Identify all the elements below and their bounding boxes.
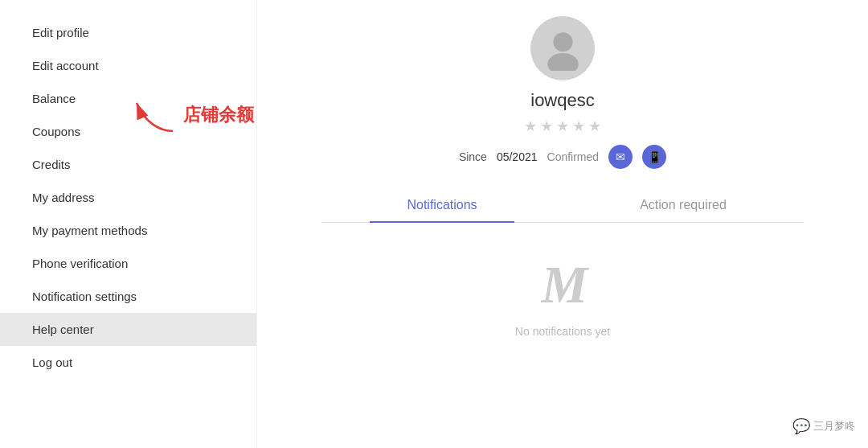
- sidebar-item-label: Log out: [32, 356, 72, 369]
- sidebar-item-edit-profile[interactable]: Edit profile: [0, 16, 256, 49]
- star-4: ★: [572, 117, 585, 135]
- svg-point-1: [553, 32, 572, 51]
- sidebar-item-label: Edit profile: [32, 26, 89, 39]
- empty-icon-letter: M: [542, 256, 584, 314]
- sidebar-item-label: Balance: [32, 92, 76, 105]
- sidebar-item-balance[interactable]: Balance: [0, 82, 256, 115]
- empty-text: No notifications yet: [515, 325, 610, 338]
- tab-action-required[interactable]: Action required: [563, 188, 804, 222]
- avatar: [530, 16, 595, 80]
- star-5: ★: [588, 117, 601, 135]
- watermark-text: 三月梦咚: [813, 419, 855, 434]
- tabs: Notifications Action required: [321, 188, 804, 223]
- since-label: Since: [459, 150, 487, 163]
- star-1: ★: [524, 117, 537, 135]
- main-content: iowqesc ★ ★ ★ ★ ★ Since 05/2021 Confirme…: [257, 0, 868, 448]
- email-badge: ✉: [608, 145, 633, 169]
- star-rating: ★ ★ ★ ★ ★: [524, 117, 601, 135]
- sidebar-item-phone-verification[interactable]: Phone verification: [0, 247, 256, 280]
- confirmed-label: Confirmed: [547, 150, 600, 163]
- sidebar-item-label: Coupons: [32, 125, 80, 138]
- star-3: ★: [556, 117, 569, 135]
- sidebar-item-label: Credits: [32, 158, 71, 171]
- sidebar-item-label: Help center: [32, 323, 94, 336]
- sidebar-item-label: Phone verification: [32, 257, 128, 270]
- sidebar-item-log-out[interactable]: Log out: [0, 346, 256, 379]
- sidebar-item-my-address[interactable]: My address: [0, 181, 256, 214]
- sidebar: Edit profile Edit account Balance Coupon…: [0, 0, 257, 448]
- empty-icon: M: [542, 255, 584, 315]
- phone-badge: 📱: [642, 145, 666, 169]
- sidebar-item-payment-methods[interactable]: My payment methods: [0, 214, 256, 247]
- star-2: ★: [540, 117, 553, 135]
- sidebar-item-edit-account[interactable]: Edit account: [0, 49, 256, 82]
- username: iowqesc: [530, 90, 594, 111]
- tab-notifications[interactable]: Notifications: [321, 188, 563, 222]
- watermark: 💬 三月梦咚: [792, 417, 855, 435]
- sidebar-item-label: Edit account: [32, 59, 99, 72]
- info-row: Since 05/2021 Confirmed ✉ 📱: [459, 145, 666, 169]
- sidebar-item-help-center[interactable]: Help center: [0, 313, 256, 346]
- empty-state: M No notifications yet: [515, 255, 610, 338]
- sidebar-item-credits[interactable]: Credits: [0, 148, 256, 181]
- since-date: 05/2021: [497, 150, 538, 163]
- avatar-icon: [541, 27, 585, 71]
- sidebar-item-label: My payment methods: [32, 224, 147, 237]
- email-icon: ✉: [616, 150, 625, 163]
- phone-icon: 📱: [648, 150, 661, 163]
- sidebar-item-label: My address: [32, 191, 95, 204]
- wechat-icon: 💬: [792, 417, 810, 435]
- tab-label: Action required: [640, 198, 727, 212]
- tab-label: Notifications: [407, 198, 477, 212]
- sidebar-item-label: Notification settings: [32, 290, 137, 303]
- sidebar-item-notification-settings[interactable]: Notification settings: [0, 280, 256, 313]
- svg-point-2: [547, 53, 579, 71]
- sidebar-item-coupons[interactable]: Coupons: [0, 115, 256, 148]
- avatar-container: [530, 16, 595, 80]
